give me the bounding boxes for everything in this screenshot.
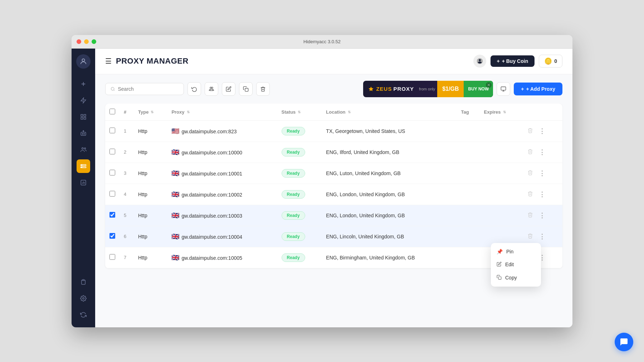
buy-coin-button[interactable]: + + Buy Coin: [491, 55, 535, 67]
add-proxy-button[interactable]: + + Add Proxy: [514, 83, 562, 95]
col-proxy[interactable]: Proxy ⇅: [167, 104, 277, 121]
row-more-button[interactable]: ⋮: [537, 210, 547, 221]
sidebar: [72, 49, 95, 327]
row-proxy: 🇬🇧gw.dataimpulse.com:10002: [167, 184, 277, 205]
svg-point-9: [82, 133, 83, 134]
row-status: Ready: [277, 205, 322, 226]
table-row: 1 Http 🇺🇸gw.dataimpulse.com:823 Ready TX…: [105, 120, 562, 142]
sidebar-item-bot[interactable]: [77, 127, 90, 140]
row-location: ENG, Luton, United Kingdom, GB: [322, 163, 457, 184]
monitor-button[interactable]: [497, 82, 510, 96]
svg-rect-33: [501, 87, 506, 90]
ad-zeus: ZEUS: [376, 86, 392, 92]
app-window: Hidemyacc 3.0.52: [72, 35, 572, 327]
ad-close-button[interactable]: ✕: [486, 82, 492, 88]
row-more-button[interactable]: ⋮: [537, 189, 547, 200]
row-checkbox-cell[interactable]: [105, 205, 119, 226]
row-actions: ⋮: [522, 120, 562, 142]
row-checkbox[interactable]: [109, 191, 115, 197]
table-wrapper: # Type ⇅ Proxy ⇅ Status ⇅: [105, 104, 562, 268]
sidebar-item-automation[interactable]: [77, 94, 90, 107]
status-badge: Ready: [282, 232, 305, 241]
user-avatar[interactable]: [473, 55, 486, 68]
menu-toggle-icon[interactable]: ☰: [105, 57, 112, 65]
flag-icon: 🇬🇧: [171, 233, 179, 240]
row-number: 3: [119, 163, 134, 184]
row-checkbox-cell[interactable]: [105, 184, 119, 205]
row-status: Ready: [277, 163, 322, 184]
row-status: Ready: [277, 247, 322, 268]
svg-rect-8: [81, 132, 86, 135]
chat-bubble-button[interactable]: [615, 333, 633, 351]
sidebar-item-settings[interactable]: [77, 292, 90, 305]
minimize-traffic-light[interactable]: [84, 39, 89, 44]
context-menu-pin[interactable]: 📌 Pin: [491, 245, 541, 258]
sidebar-item-reports[interactable]: [77, 176, 90, 189]
row-checkbox[interactable]: [109, 233, 115, 239]
col-expires[interactable]: Expires ⇅: [480, 104, 522, 121]
row-delete-button[interactable]: [526, 189, 535, 199]
delete-button[interactable]: [256, 82, 270, 96]
svg-line-28: [114, 90, 114, 90]
row-checkbox-cell[interactable]: [105, 247, 119, 268]
col-number: #: [119, 104, 134, 121]
row-delete-button[interactable]: [526, 168, 535, 178]
titlebar: Hidemyacc 3.0.52: [72, 35, 572, 49]
context-menu: 📌 Pin Edit: [491, 243, 541, 287]
row-more-button[interactable]: ⋮: [537, 231, 547, 242]
context-menu-copy[interactable]: Copy: [491, 271, 541, 284]
search-box[interactable]: [105, 83, 184, 95]
row-delete-button[interactable]: [526, 232, 535, 242]
row-type: Http: [134, 205, 167, 226]
row-checkbox[interactable]: [109, 149, 115, 154]
row-checkbox[interactable]: [109, 212, 115, 218]
row-delete-button[interactable]: [526, 147, 535, 157]
row-more-button[interactable]: ⋮: [537, 168, 547, 179]
refresh-button[interactable]: [187, 82, 201, 96]
sidebar-item-team[interactable]: [77, 143, 90, 157]
copy-button[interactable]: [239, 82, 253, 96]
row-more-button[interactable]: ⋮: [537, 147, 547, 158]
row-checkbox-cell[interactable]: [105, 226, 119, 247]
row-checkbox-cell[interactable]: [105, 142, 119, 163]
row-delete-button[interactable]: [526, 126, 535, 136]
svg-point-0: [82, 59, 84, 61]
sidebar-item-extensions[interactable]: [77, 275, 90, 289]
row-checkbox[interactable]: [109, 128, 115, 133]
sidebar-item-grid[interactable]: [77, 110, 90, 124]
svg-point-13: [82, 148, 84, 149]
sidebar-item-profile[interactable]: [76, 54, 91, 69]
flag-icon: 🇺🇸: [171, 128, 179, 135]
row-more-button[interactable]: ⋮: [537, 126, 547, 137]
fullscreen-traffic-light[interactable]: [92, 39, 96, 44]
sidebar-item-add[interactable]: [77, 77, 90, 91]
row-status: Ready: [277, 120, 322, 142]
sidebar-item-sync[interactable]: [77, 308, 90, 322]
row-checkbox-cell[interactable]: [105, 163, 119, 184]
row-delete-button[interactable]: [526, 210, 535, 220]
row-checkbox[interactable]: [109, 170, 115, 175]
sidebar-item-proxy[interactable]: [77, 159, 90, 173]
col-checkbox[interactable]: [105, 104, 119, 121]
edit-button[interactable]: [222, 82, 235, 96]
ad-logo: ZEUSPROXY: [363, 86, 419, 92]
status-badge: Ready: [282, 211, 305, 220]
row-checkbox[interactable]: [109, 254, 115, 260]
svg-rect-36: [498, 277, 501, 279]
col-location[interactable]: Location ⇅: [322, 104, 457, 121]
group-button[interactable]: [205, 82, 218, 96]
svg-rect-5: [84, 114, 86, 116]
select-all-checkbox[interactable]: [109, 109, 115, 114]
svg-point-18: [82, 167, 82, 168]
search-input[interactable]: [118, 86, 179, 92]
app-header: ☰ PROXY MANAGER + + Buy Coin: [95, 49, 572, 74]
context-menu-edit[interactable]: Edit: [491, 258, 541, 271]
row-proxy: 🇬🇧gw.dataimpulse.com:10004: [167, 226, 277, 247]
row-checkbox-cell[interactable]: [105, 120, 119, 142]
row-actions: ⋮: [522, 205, 562, 226]
close-traffic-light[interactable]: [77, 39, 81, 44]
col-status[interactable]: Status ⇅: [277, 104, 322, 121]
window-title: Hidemyacc 3.0.52: [303, 39, 341, 44]
svg-rect-4: [81, 114, 83, 116]
col-type[interactable]: Type ⇅: [134, 104, 167, 121]
